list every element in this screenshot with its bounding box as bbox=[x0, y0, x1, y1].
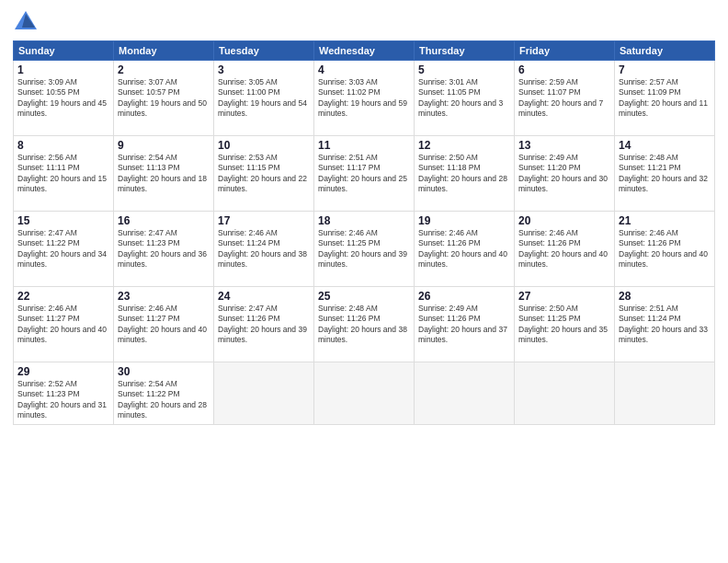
calendar-day bbox=[415, 362, 515, 425]
calendar-day: 12Sunrise: 2:50 AMSunset: 11:18 PMDaylig… bbox=[415, 136, 515, 212]
calendar-day: 9Sunrise: 2:54 AMSunset: 11:13 PMDayligh… bbox=[114, 136, 214, 212]
calendar-day: 16Sunrise: 2:47 AMSunset: 11:23 PMDaylig… bbox=[114, 212, 214, 287]
calendar-day: 29Sunrise: 2:52 AMSunset: 11:23 PMDaylig… bbox=[14, 362, 114, 425]
day-number: 9 bbox=[118, 139, 210, 152]
day-info: Sunrise: 3:05 AMSunset: 11:00 PMDaylight… bbox=[218, 77, 310, 120]
day-info: Sunrise: 2:46 AMSunset: 11:24 PMDaylight… bbox=[218, 228, 310, 270]
day-number: 5 bbox=[418, 63, 510, 76]
day-info: Sunrise: 2:47 AMSunset: 11:23 PMDaylight… bbox=[118, 228, 210, 270]
day-info: Sunrise: 2:51 AMSunset: 11:17 PMDaylight… bbox=[318, 153, 410, 195]
weekday-header-sunday: Sunday bbox=[14, 41, 114, 61]
calendar-week-row: 29Sunrise: 2:52 AMSunset: 11:23 PMDaylig… bbox=[14, 362, 715, 425]
day-info: Sunrise: 2:46 AMSunset: 11:26 PMDaylight… bbox=[518, 228, 610, 270]
day-number: 6 bbox=[518, 63, 610, 76]
day-number: 4 bbox=[318, 63, 410, 76]
calendar-week-row: 8Sunrise: 2:56 AMSunset: 11:11 PMDayligh… bbox=[14, 136, 715, 212]
weekday-header-friday: Friday bbox=[515, 41, 615, 61]
day-info: Sunrise: 2:56 AMSunset: 11:11 PMDaylight… bbox=[17, 153, 109, 195]
logo bbox=[13, 9, 42, 35]
calendar-day: 5Sunrise: 3:01 AMSunset: 11:05 PMDayligh… bbox=[415, 61, 515, 136]
calendar-day: 22Sunrise: 2:46 AMSunset: 11:27 PMDaylig… bbox=[14, 287, 114, 362]
day-number: 10 bbox=[218, 139, 310, 152]
calendar-day: 21Sunrise: 2:46 AMSunset: 11:26 PMDaylig… bbox=[615, 212, 715, 287]
day-number: 17 bbox=[218, 214, 310, 227]
calendar-day: 1Sunrise: 3:09 AMSunset: 10:55 PMDayligh… bbox=[14, 61, 114, 136]
day-number: 24 bbox=[218, 290, 310, 303]
day-info: Sunrise: 2:53 AMSunset: 11:15 PMDaylight… bbox=[218, 153, 310, 195]
calendar-day: 14Sunrise: 2:48 AMSunset: 11:21 PMDaylig… bbox=[615, 136, 715, 212]
calendar-day: 19Sunrise: 2:46 AMSunset: 11:26 PMDaylig… bbox=[415, 212, 515, 287]
day-number: 1 bbox=[17, 63, 109, 76]
day-number: 16 bbox=[118, 214, 210, 227]
calendar-day: 26Sunrise: 2:49 AMSunset: 11:26 PMDaylig… bbox=[415, 287, 515, 362]
day-info: Sunrise: 3:07 AMSunset: 10:57 PMDaylight… bbox=[118, 77, 210, 120]
day-info: Sunrise: 2:48 AMSunset: 11:26 PMDaylight… bbox=[318, 304, 410, 346]
weekday-header-row: SundayMondayTuesdayWednesdayThursdayFrid… bbox=[14, 41, 715, 61]
day-number: 29 bbox=[17, 365, 109, 378]
day-info: Sunrise: 2:57 AMSunset: 11:09 PMDaylight… bbox=[619, 77, 711, 120]
calendar-day: 23Sunrise: 2:46 AMSunset: 11:27 PMDaylig… bbox=[114, 287, 214, 362]
calendar-day: 25Sunrise: 2:48 AMSunset: 11:26 PMDaylig… bbox=[314, 287, 415, 362]
day-info: Sunrise: 2:54 AMSunset: 11:13 PMDaylight… bbox=[118, 153, 210, 195]
calendar-day: 30Sunrise: 2:54 AMSunset: 11:22 PMDaylig… bbox=[114, 362, 214, 425]
day-number: 12 bbox=[418, 139, 510, 152]
day-number: 25 bbox=[318, 290, 410, 303]
day-number: 23 bbox=[118, 290, 210, 303]
day-number: 18 bbox=[318, 214, 410, 227]
calendar-week-row: 15Sunrise: 2:47 AMSunset: 11:22 PMDaylig… bbox=[14, 212, 715, 287]
calendar-day: 15Sunrise: 2:47 AMSunset: 11:22 PMDaylig… bbox=[14, 212, 114, 287]
day-info: Sunrise: 2:47 AMSunset: 11:26 PMDaylight… bbox=[218, 304, 310, 346]
day-number: 15 bbox=[17, 214, 109, 227]
day-info: Sunrise: 2:47 AMSunset: 11:22 PMDaylight… bbox=[17, 228, 109, 270]
day-number: 30 bbox=[118, 365, 210, 378]
day-info: Sunrise: 2:46 AMSunset: 11:25 PMDaylight… bbox=[318, 228, 410, 270]
calendar-day: 10Sunrise: 2:53 AMSunset: 11:15 PMDaylig… bbox=[214, 136, 314, 212]
calendar-day bbox=[615, 362, 715, 425]
weekday-header-wednesday: Wednesday bbox=[314, 41, 415, 61]
calendar-container: SundayMondayTuesdayWednesdayThursdayFrid… bbox=[0, 0, 728, 563]
day-number: 13 bbox=[518, 139, 610, 152]
calendar-day: 2Sunrise: 3:07 AMSunset: 10:57 PMDayligh… bbox=[114, 61, 214, 136]
day-info: Sunrise: 2:46 AMSunset: 11:27 PMDaylight… bbox=[17, 304, 109, 346]
day-number: 2 bbox=[118, 63, 210, 76]
day-info: Sunrise: 2:50 AMSunset: 11:18 PMDaylight… bbox=[418, 153, 510, 195]
calendar-day: 8Sunrise: 2:56 AMSunset: 11:11 PMDayligh… bbox=[14, 136, 114, 212]
calendar-day: 3Sunrise: 3:05 AMSunset: 11:00 PMDayligh… bbox=[214, 61, 314, 136]
calendar-day: 20Sunrise: 2:46 AMSunset: 11:26 PMDaylig… bbox=[515, 212, 615, 287]
weekday-header-saturday: Saturday bbox=[615, 41, 715, 61]
day-info: Sunrise: 2:49 AMSunset: 11:20 PMDaylight… bbox=[518, 153, 610, 195]
calendar-week-row: 1Sunrise: 3:09 AMSunset: 10:55 PMDayligh… bbox=[14, 61, 715, 136]
day-info: Sunrise: 2:46 AMSunset: 11:27 PMDaylight… bbox=[118, 304, 210, 346]
day-number: 3 bbox=[218, 63, 310, 76]
calendar-table: SundayMondayTuesdayWednesdayThursdayFrid… bbox=[13, 40, 715, 425]
calendar-week-row: 22Sunrise: 2:46 AMSunset: 11:27 PMDaylig… bbox=[14, 287, 715, 362]
day-info: Sunrise: 2:49 AMSunset: 11:26 PMDaylight… bbox=[418, 304, 510, 346]
calendar-day: 7Sunrise: 2:57 AMSunset: 11:09 PMDayligh… bbox=[615, 61, 715, 136]
day-number: 7 bbox=[619, 63, 711, 76]
calendar-day: 24Sunrise: 2:47 AMSunset: 11:26 PMDaylig… bbox=[214, 287, 314, 362]
day-info: Sunrise: 2:50 AMSunset: 11:25 PMDaylight… bbox=[518, 304, 610, 346]
day-number: 26 bbox=[418, 290, 510, 303]
calendar-day: 11Sunrise: 2:51 AMSunset: 11:17 PMDaylig… bbox=[314, 136, 415, 212]
calendar-day: 6Sunrise: 2:59 AMSunset: 11:07 PMDayligh… bbox=[515, 61, 615, 136]
calendar-day: 27Sunrise: 2:50 AMSunset: 11:25 PMDaylig… bbox=[515, 287, 615, 362]
day-number: 14 bbox=[619, 139, 711, 152]
day-info: Sunrise: 2:51 AMSunset: 11:24 PMDaylight… bbox=[619, 304, 711, 346]
day-info: Sunrise: 2:46 AMSunset: 11:26 PMDaylight… bbox=[418, 228, 510, 270]
calendar-day: 17Sunrise: 2:46 AMSunset: 11:24 PMDaylig… bbox=[214, 212, 314, 287]
day-number: 22 bbox=[17, 290, 109, 303]
weekday-header-tuesday: Tuesday bbox=[214, 41, 314, 61]
day-number: 21 bbox=[619, 214, 711, 227]
day-number: 11 bbox=[318, 139, 410, 152]
day-info: Sunrise: 2:48 AMSunset: 11:21 PMDaylight… bbox=[619, 153, 711, 195]
day-number: 19 bbox=[418, 214, 510, 227]
day-info: Sunrise: 3:09 AMSunset: 10:55 PMDaylight… bbox=[17, 77, 109, 120]
calendar-day: 4Sunrise: 3:03 AMSunset: 11:02 PMDayligh… bbox=[314, 61, 415, 136]
logo-icon bbox=[13, 9, 39, 35]
day-number: 20 bbox=[518, 214, 610, 227]
calendar-day bbox=[515, 362, 615, 425]
day-info: Sunrise: 2:46 AMSunset: 11:26 PMDaylight… bbox=[619, 228, 711, 270]
weekday-header-monday: Monday bbox=[114, 41, 214, 61]
calendar-day: 13Sunrise: 2:49 AMSunset: 11:20 PMDaylig… bbox=[515, 136, 615, 212]
day-info: Sunrise: 2:52 AMSunset: 11:23 PMDaylight… bbox=[17, 379, 109, 421]
